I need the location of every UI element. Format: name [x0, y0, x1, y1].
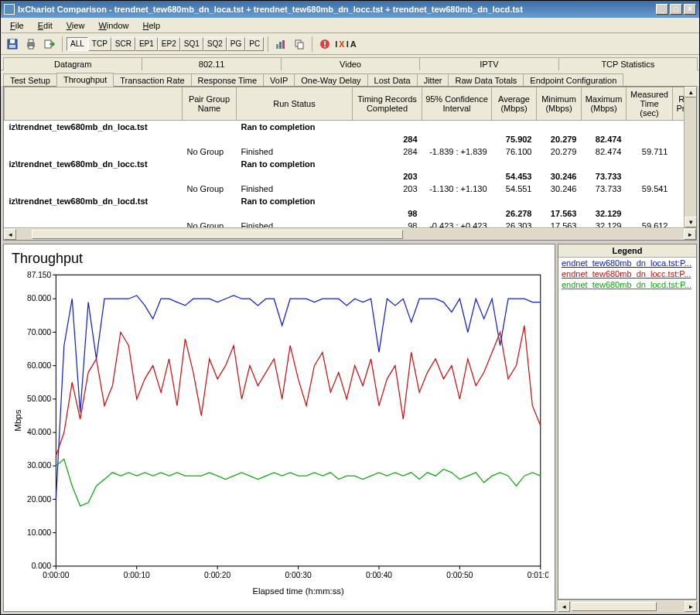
filter-all[interactable]: ALL — [67, 37, 88, 51]
table-row[interactable]: 20354.45330.24673.733 — [5, 170, 685, 183]
scroll-right-icon[interactable]: ▸ — [685, 601, 697, 612]
window-title: IxChariot Comparison - trendnet_tew680mb… — [18, 5, 656, 14]
cell-max: 73.733 — [582, 170, 627, 183]
cell-pg — [183, 121, 237, 133]
subtab-voip[interactable]: VoIP — [263, 73, 295, 87]
minimize-button[interactable]: _ — [656, 4, 668, 15]
toptab-video[interactable]: Video — [281, 57, 420, 70]
toptab-802-11[interactable]: 802.11 — [142, 57, 281, 70]
svg-text:50.000: 50.000 — [27, 395, 51, 403]
table-row[interactable]: No GroupFinished284-1.839 : +1.83976.100… — [5, 145, 685, 158]
save-icon[interactable] — [4, 36, 21, 53]
col-header[interactable]: Pair Group Name — [183, 87, 237, 121]
scroll-down-icon[interactable]: ▾ — [685, 217, 697, 227]
cell-run: Finished — [237, 183, 353, 195]
subtab-raw-data-totals[interactable]: Raw Data Totals — [448, 73, 524, 87]
scroll-left-icon[interactable]: ◂ — [4, 229, 16, 240]
col-header[interactable]: Maximum (Mbps) — [582, 87, 627, 121]
filter-pg[interactable]: PG — [227, 37, 245, 51]
scroll-left-icon[interactable]: ◂ — [558, 601, 570, 612]
svg-text:0:00:20: 0:00:20 — [204, 570, 230, 579]
filter-pc[interactable]: PC — [245, 37, 264, 51]
cell-run: Ran to completion — [237, 158, 353, 170]
cell-meas: 59.711 — [627, 145, 673, 158]
table-row[interactable]: iz\trendnet_tew680mb_dn_locc.tstRan to c… — [5, 158, 685, 170]
brand-logo: IXIA — [335, 39, 357, 49]
col-header[interactable]: 95% Confidence Interval — [422, 87, 492, 121]
cell-min — [537, 195, 582, 207]
subtab-endpoint-configuration[interactable]: Endpoint Configuration — [523, 73, 623, 87]
menu-edit[interactable]: Edit — [32, 19, 59, 32]
table-row[interactable]: No GroupFinished98-0.423 : +0.42326.3031… — [5, 220, 685, 228]
subtab-lost-data[interactable]: Lost Data — [367, 73, 418, 87]
legend-item[interactable]: endnet_tew680mb_dn_locd.tst:P... — [558, 279, 696, 290]
col-header[interactable]: Relative Precision — [673, 87, 685, 121]
table-row[interactable]: No GroupFinished203-1.130 : +1.13054.551… — [5, 183, 685, 195]
col-header[interactable] — [5, 87, 183, 121]
filter-ep1[interactable]: EP1 — [135, 37, 158, 51]
cell-avg — [492, 195, 537, 207]
subtab-test-setup[interactable]: Test Setup — [3, 73, 57, 87]
col-header[interactable]: Measured Time (sec) — [627, 87, 673, 121]
svg-rect-15 — [56, 275, 540, 565]
col-header[interactable]: Timing Records Completed — [353, 87, 422, 121]
legend-item[interactable]: endnet_tew680mb_dn_loca.tst:P... — [558, 258, 696, 268]
cell-rp — [673, 195, 685, 207]
cell-ci: -1.839 : +1.839 — [422, 145, 492, 158]
legend-hscrollbar[interactable]: ◂ ▸ — [558, 600, 697, 612]
cell-trc — [353, 195, 422, 207]
menu-view[interactable]: View — [60, 19, 91, 32]
maximize-button[interactable]: □ — [670, 4, 682, 15]
menu-window[interactable]: Window — [92, 19, 135, 32]
filter-ep2[interactable]: EP2 — [158, 37, 180, 51]
cell-file — [5, 145, 183, 158]
filter-sq2[interactable]: SQ2 — [203, 37, 227, 51]
data-table-scroll[interactable]: Pair Group NameRun StatusTiming Records … — [4, 87, 684, 227]
table-row[interactable]: iz\trendnet_tew680mb_dn_loca.tstRan to c… — [5, 121, 685, 133]
table-row[interactable]: iz\trendnet_tew680mb_dn_locd.tstRan to c… — [5, 195, 685, 207]
table-vscrollbar[interactable]: ▴ ▾ — [684, 87, 696, 227]
cell-meas: 59.541 — [627, 183, 673, 195]
table-hscrollbar[interactable]: ◂ ▸ — [4, 227, 696, 240]
cell-pg — [183, 133, 237, 145]
filter-sq1[interactable]: SQ1 — [180, 37, 203, 51]
filter-tcp[interactable]: TCP — [88, 37, 111, 51]
export-icon[interactable] — [41, 36, 58, 53]
toptab-datagram[interactable]: Datagram — [3, 57, 142, 70]
subtab-response-time[interactable]: Response Time — [191, 73, 264, 87]
toptab-iptv[interactable]: IPTV — [419, 57, 558, 70]
close-button[interactable]: × — [684, 4, 696, 15]
svg-text:80.000: 80.000 — [27, 294, 51, 302]
filter-scr[interactable]: SCR — [111, 37, 135, 51]
svg-text:0:00:40: 0:00:40 — [366, 570, 392, 579]
subtab-one-way-delay[interactable]: One-Way Delay — [294, 73, 367, 87]
scroll-up-icon[interactable]: ▴ — [685, 87, 697, 97]
toptab-tcp-statistics[interactable]: TCP Statistics — [558, 57, 698, 70]
col-header[interactable]: Minimum (Mbps) — [537, 87, 582, 121]
legend-item[interactable]: endnet_tew680mb_dn_locc.tst:P... — [558, 268, 696, 279]
cell-min — [537, 158, 582, 170]
copy-icon[interactable] — [291, 36, 308, 53]
svg-text:30.000: 30.000 — [27, 461, 51, 470]
cell-avg: 26.278 — [492, 207, 537, 220]
scroll-right-icon[interactable]: ▸ — [684, 229, 696, 240]
cell-rp: 2.417 — [673, 145, 685, 158]
svg-rect-11 — [298, 43, 303, 49]
cell-avg — [492, 121, 537, 133]
col-header[interactable]: Run Status — [237, 87, 353, 121]
subtab-jitter[interactable]: Jitter — [417, 73, 449, 87]
table-row[interactable]: 28475.90220.27982.474 — [5, 133, 685, 145]
svg-text:0:00:00: 0:00:00 — [43, 570, 69, 579]
chart-icon[interactable] — [272, 36, 289, 53]
cell-max: 32.129 — [582, 220, 627, 228]
table-row[interactable]: 9826.27817.56332.129 — [5, 207, 685, 220]
menu-help[interactable]: Help — [137, 19, 167, 32]
col-header[interactable]: Average (Mbps) — [492, 87, 537, 121]
subtab-throughput[interactable]: Throughput — [56, 73, 114, 87]
help-icon[interactable] — [316, 36, 333, 53]
svg-rect-4 — [29, 39, 33, 43]
menu-file[interactable]: File — [4, 19, 30, 32]
subtab-transaction-rate[interactable]: Transaction Rate — [113, 73, 191, 87]
svg-text:0:00:10: 0:00:10 — [124, 570, 150, 579]
print-icon[interactable] — [22, 36, 39, 53]
